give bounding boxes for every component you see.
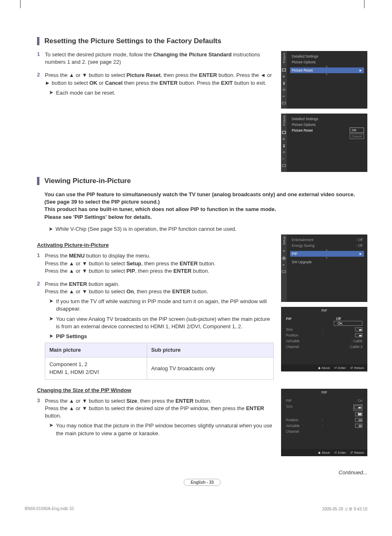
osd-highlight-row: Picture Reset► [290, 67, 364, 73]
app-icon [282, 269, 286, 274]
intro-text: Please see 'PIP Settings' below for deta… [44, 213, 367, 221]
pip-settings-table: Main pictureSub picture Component 1, 2HD… [45, 343, 274, 380]
svg-rect-3 [282, 131, 286, 134]
note-text: If you turn the TV off while watching in… [56, 298, 274, 313]
osd-pip-size: PIP PIP: On Size Position: Air/cable: Ch… [281, 389, 367, 456]
osd-row: Channel: Cable 3 [284, 344, 364, 350]
osd-title: PIP [281, 389, 367, 396]
channel-icon [282, 250, 286, 254]
section-title-reset: Resetting the Picture Settings to the Fa… [37, 37, 367, 45]
input-icon [282, 157, 286, 161]
section-title-pip: Viewing Picture-in-Picture [37, 177, 367, 185]
osd-row: Air/cable: [284, 423, 364, 429]
osd-pip-onoff: PIP PIP Off : On Size: Position: Air/cab… [281, 307, 367, 371]
osd-row: Position: [284, 332, 364, 338]
osd-row: Size: [284, 327, 364, 332]
osd-row: Position: [284, 417, 364, 423]
step-body: Press the ▲ or ▼ button to select Pictur… [45, 72, 274, 99]
footer-stamp: 2008-05-28 오후 9:43:18 [322, 506, 367, 512]
svg-rect-0 [282, 69, 286, 71]
osd-title: PIP [281, 307, 367, 314]
pip-position-icon [355, 333, 362, 337]
setup-icon [282, 88, 286, 92]
svg-rect-5 [282, 165, 286, 167]
osd-footer: ◆Move ⏎Enter ↺Return [281, 449, 367, 456]
table-header: Main picture [45, 343, 147, 357]
table-header: Sub picture [147, 343, 273, 357]
osd-select-option: : On [334, 321, 362, 326]
pip-size-option [353, 404, 362, 411]
osd-line: Picture Options [290, 122, 364, 128]
subsection-heading: Activating Picture-in-Picture [37, 242, 274, 248]
picture-icon [282, 130, 286, 135]
osd-cancel-option: Cancel [350, 134, 364, 139]
step-number: 3 [37, 397, 40, 440]
pip-size-icon [355, 412, 362, 416]
updown-icon: ◆ [318, 451, 321, 455]
osd-picture-reset-highlight: Picture Detailed Settings Picture Opti [281, 51, 367, 109]
note-text: While V-Chip (See page 53) is in operati… [55, 226, 237, 232]
note-text: You can view Analog TV broadcasts on the… [56, 316, 274, 330]
picture-icon [282, 68, 286, 72]
osd-row: PIP Off : On [284, 316, 364, 327]
return-icon: ↺ [350, 366, 353, 370]
osd-row-label: Picture Reset [290, 128, 314, 133]
enter-icon: ⏎ [334, 451, 337, 455]
step-body: To select the desired picture mode, foll… [45, 51, 274, 66]
osd-line: SW Upgrade [290, 259, 364, 265]
intro-text: This product has one built-in tuner, whi… [44, 206, 367, 213]
svg-rect-7 [282, 271, 286, 273]
note-text: You may notice that the picture in the P… [56, 422, 274, 437]
osd-line: Detailed Settings [290, 53, 364, 59]
chevron-icon: ➤ [49, 89, 53, 96]
pip-settings-label: PIP Settings [56, 333, 87, 340]
osd-side-label: Setup [283, 236, 286, 245]
osd-side-label: Picture [283, 53, 286, 63]
pip-size-icon [355, 424, 362, 428]
return-icon: ↺ [350, 451, 353, 455]
step-body: Press the ENTER button again. Press the … [45, 281, 274, 380]
chevron-icon: ➤ [49, 316, 53, 322]
osd-setup-pip: Setup Entertainment: Off Energy Saving: … [281, 234, 367, 302]
step-number: 2 [37, 72, 40, 99]
svg-point-6 [283, 258, 285, 259]
table-cell: Analog TV broadcasts only [147, 357, 273, 379]
continued-text: Continued... [37, 469, 367, 476]
osd-side-label: Picture [283, 115, 286, 125]
svg-point-4 [283, 151, 285, 153]
footer-file: BN68-01580A-Eng.indb 33 [25, 506, 74, 512]
input-icon [282, 94, 286, 98]
osd-line: Picture Options [290, 59, 364, 65]
table-cell: Component 1, 2HDMI 1, HDMI 2/DVI [45, 357, 147, 379]
enter-icon: ⏎ [334, 366, 337, 370]
osd-line: Detailed Settings [290, 116, 364, 122]
input-icon [282, 263, 286, 267]
app-icon [282, 101, 286, 105]
osd-highlight-row: PIP► [290, 251, 364, 257]
channel-icon [282, 144, 286, 148]
osd-picture-reset-confirm: Picture Detailed Settings Picture Opti [281, 114, 367, 172]
osd-row: Energy Saving: Off [290, 243, 364, 248]
osd-row: Channel: [284, 429, 364, 434]
channel-icon [282, 81, 286, 85]
chevron-icon: ➤ [49, 333, 53, 339]
app-icon [282, 163, 286, 167]
osd-row: PIP: On [284, 398, 364, 404]
osd-row: Size [284, 404, 364, 417]
intro-text: You can use the PIP feature to simultane… [44, 191, 367, 206]
svg-point-1 [283, 89, 285, 90]
pip-size-icon [355, 327, 362, 332]
svg-rect-2 [282, 102, 286, 104]
updown-icon: ◆ [318, 366, 321, 370]
step-body: Press the ▲ or ▼ button to select Size, … [45, 397, 274, 440]
subsection-heading: Changing the Size of the PIP Window [37, 387, 274, 393]
osd-footer: ◆Move ⏎Enter ↺Return [281, 364, 367, 371]
step-body: Press the MENU button to display the men… [45, 252, 215, 275]
sound-icon [282, 74, 286, 79]
setup-icon [282, 256, 286, 260]
pip-size-icon [355, 418, 362, 422]
chevron-icon: ➤ [49, 298, 53, 304]
osd-row: Entertainment: Off [290, 237, 364, 243]
step-number: 2 [37, 281, 40, 380]
setup-icon [282, 150, 286, 154]
